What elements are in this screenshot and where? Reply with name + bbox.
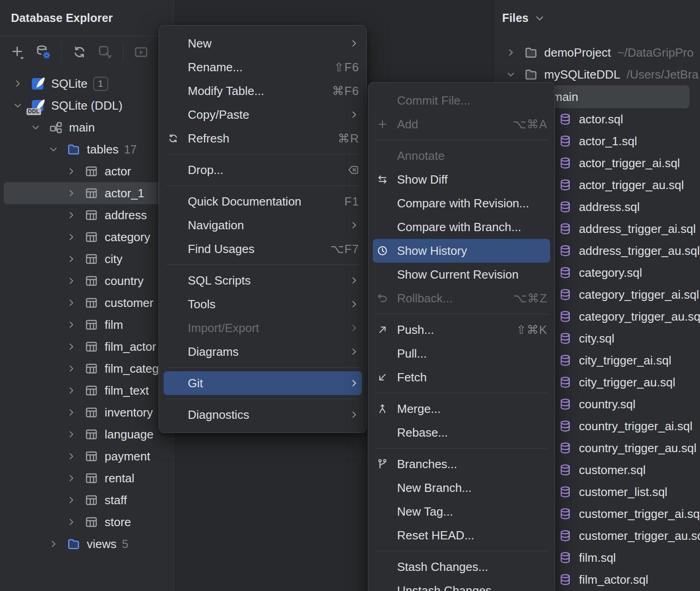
menu-item-label: Show Diff bbox=[397, 173, 448, 187]
context-menu-item-rename[interactable]: Rename...⇧F6 bbox=[159, 55, 366, 79]
tree-item-rental[interactable]: rental bbox=[0, 467, 175, 489]
context-menu-item-diagnostics[interactable]: Diagnostics bbox=[159, 403, 366, 427]
context-menu-item-refresh[interactable]: Refresh⌘R bbox=[159, 127, 366, 150]
chevron-right-icon[interactable] bbox=[66, 495, 84, 505]
tree-item-actor-1[interactable]: actor_1 bbox=[4, 182, 172, 204]
context-menu-item-tools[interactable]: Tools bbox=[159, 292, 366, 316]
git-submenu-item-show-current-revision[interactable]: Show Current Revision bbox=[368, 263, 555, 286]
new-item-button[interactable] bbox=[9, 43, 27, 61]
git-submenu-item-compare-with-revision[interactable]: Compare with Revision... bbox=[368, 191, 555, 215]
tree-item-inventory[interactable]: inventory bbox=[0, 401, 175, 423]
table-icon bbox=[84, 229, 99, 245]
chevron-right-icon[interactable] bbox=[66, 517, 84, 527]
chevron-right-icon[interactable] bbox=[66, 276, 84, 286]
git-submenu-item-new-tag[interactable]: New Tag... bbox=[368, 500, 555, 523]
git-submenu-item-rebase[interactable]: Rebase... bbox=[368, 421, 555, 444]
git-submenu-item-unstash-changes[interactable]: Unstash Changes... bbox=[368, 579, 555, 591]
chevron-right-icon[interactable] bbox=[66, 364, 84, 374]
chevron-right-icon[interactable] bbox=[66, 254, 84, 264]
tree-item-staff[interactable]: staff bbox=[0, 489, 175, 511]
context-menu-item-copy-paste[interactable]: Copy/Paste bbox=[159, 103, 366, 127]
file-name: address.sql bbox=[579, 200, 640, 214]
tree-item-payment[interactable]: payment bbox=[0, 445, 175, 467]
chevron-right-icon[interactable] bbox=[66, 429, 84, 439]
tree-item-sqlite[interactable]: SQLite1 bbox=[0, 73, 175, 95]
tree-item-language[interactable]: language bbox=[0, 423, 175, 445]
context-menu-item-diagrams[interactable]: Diagrams bbox=[159, 340, 366, 364]
chevron-right-icon[interactable] bbox=[66, 298, 84, 308]
chevron-right-icon[interactable] bbox=[506, 47, 523, 58]
context-menu-item-sql-scripts[interactable]: SQL Scripts bbox=[159, 269, 366, 292]
chevron-down-icon[interactable] bbox=[48, 144, 66, 154]
chevron-down-icon[interactable] bbox=[534, 13, 545, 24]
git-submenu-item-stash-changes[interactable]: Stash Changes... bbox=[368, 555, 555, 579]
chevron-right-icon[interactable] bbox=[66, 166, 84, 176]
git-submenu-item-new-branch[interactable]: New Branch... bbox=[368, 476, 555, 500]
chevron-down-icon[interactable] bbox=[31, 122, 48, 132]
tree-item-views[interactable]: views5 bbox=[0, 533, 175, 555]
tree-item-store[interactable]: store bbox=[0, 511, 175, 533]
chevron-right-icon[interactable] bbox=[48, 539, 66, 549]
tree-item-actor[interactable]: actor bbox=[0, 160, 175, 182]
plus-icon bbox=[377, 118, 397, 130]
git-submenu-item-merge[interactable]: Merge... bbox=[368, 397, 555, 421]
submenu-arrow-icon bbox=[349, 299, 359, 309]
table-icon bbox=[84, 251, 99, 267]
git-submenu-item-branches[interactable]: Branches... bbox=[368, 452, 555, 476]
context-menu-item-git[interactable]: Git bbox=[164, 371, 362, 395]
context-menu-item-import-export: Import/Export bbox=[159, 316, 366, 340]
submenu-arrow-icon bbox=[349, 220, 359, 230]
git-submenu-item-push[interactable]: Push...⇧⌘K bbox=[368, 318, 555, 342]
tree-item-customer[interactable]: customer bbox=[0, 292, 175, 314]
chevron-right-icon[interactable] bbox=[66, 473, 84, 483]
chevron-right-icon[interactable] bbox=[66, 385, 84, 396]
chevron-right-icon[interactable] bbox=[66, 188, 84, 198]
table-icon bbox=[84, 185, 99, 201]
jump-to-console-button[interactable] bbox=[133, 43, 150, 61]
refresh-button[interactable] bbox=[71, 43, 88, 61]
tree-item-country[interactable]: country bbox=[0, 270, 175, 292]
tree-item-film[interactable]: film bbox=[0, 314, 175, 336]
chevron-right-icon[interactable] bbox=[66, 342, 84, 352]
git-submenu-item-show-diff[interactable]: Show Diff bbox=[368, 168, 555, 191]
chevron-right-icon[interactable] bbox=[66, 210, 84, 220]
menu-icon-slot bbox=[377, 348, 397, 359]
chevron-right-icon[interactable] bbox=[66, 320, 84, 330]
context-menu-item-find-usages[interactable]: Find Usages⌥F7 bbox=[159, 237, 366, 261]
files-root-demoproject[interactable]: demoProject~/DataGripPro bbox=[494, 42, 700, 63]
context-menu-item-navigation[interactable]: Navigation bbox=[159, 213, 366, 237]
submenu-arrow-icon bbox=[349, 323, 359, 333]
disconnect-button[interactable] bbox=[96, 43, 114, 61]
context-menu-item-drop[interactable]: Drop... bbox=[159, 158, 366, 182]
data-source-properties-button[interactable] bbox=[35, 43, 52, 61]
chevron-right-icon[interactable] bbox=[13, 79, 30, 89]
tree-item-tables[interactable]: tables17 bbox=[0, 138, 175, 160]
menu-icon-slot bbox=[167, 109, 188, 121]
file-name: address_trigger_au.sql bbox=[579, 244, 700, 258]
tree-item-category[interactable]: category bbox=[0, 226, 175, 248]
chevron-right-icon[interactable] bbox=[66, 232, 84, 242]
context-menu-item-quick-documentation[interactable]: Quick DocumentationF1 bbox=[159, 190, 366, 213]
chevron-right-icon[interactable] bbox=[66, 407, 84, 417]
git-submenu-item-reset-head[interactable]: Reset HEAD... bbox=[368, 523, 555, 547]
menu-shortcut: ⌥F7 bbox=[330, 242, 359, 256]
table-icon bbox=[84, 449, 99, 464]
context-menu-item-modify-table[interactable]: Modify Table...⌘F6 bbox=[159, 79, 366, 103]
tree-item-city[interactable]: city bbox=[0, 248, 175, 270]
tree-item-film-category[interactable]: film_category bbox=[0, 358, 175, 380]
git-submenu-item-pull[interactable]: Pull... bbox=[368, 342, 555, 365]
tree-item-sqlite-ddl[interactable]: DDLSQLite (DDL) bbox=[0, 95, 175, 116]
git-submenu-item-fetch[interactable]: Fetch bbox=[368, 365, 555, 389]
context-menu-item-new[interactable]: New bbox=[159, 32, 366, 55]
tree-item-film-actor[interactable]: film_actor bbox=[0, 336, 175, 358]
chevron-down-icon[interactable] bbox=[506, 69, 523, 79]
git-submenu-item-compare-with-branch[interactable]: Compare with Branch... bbox=[368, 215, 555, 239]
tree-item-address[interactable]: address bbox=[0, 204, 175, 226]
menu-item-label: Find Usages bbox=[188, 242, 255, 256]
file-name: actor.sql bbox=[579, 112, 623, 127]
tree-item-film-text[interactable]: film_text bbox=[0, 380, 175, 401]
git-submenu-item-show-history[interactable]: Show History bbox=[373, 239, 550, 263]
tree-item-main[interactable]: main bbox=[0, 116, 175, 138]
files-root-path: /Users/JetBra bbox=[626, 68, 699, 82]
chevron-right-icon[interactable] bbox=[66, 451, 84, 461]
